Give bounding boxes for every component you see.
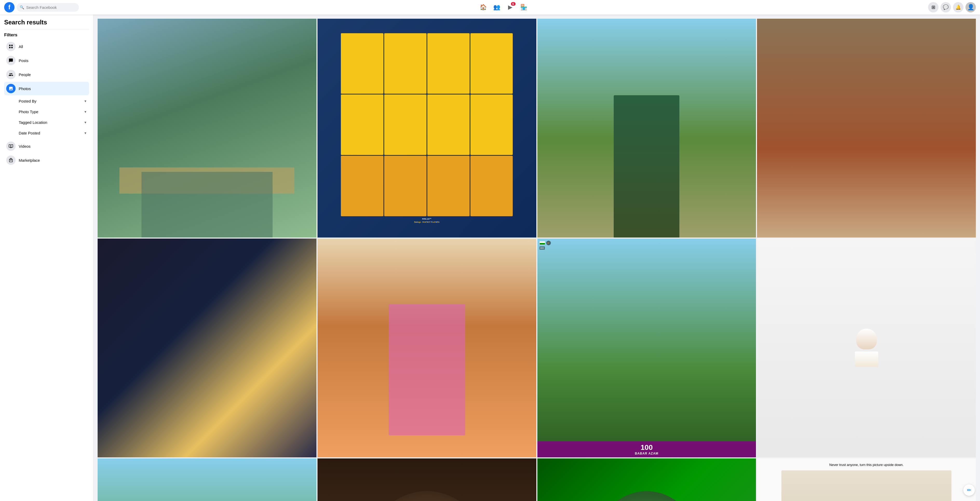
marketplace-filter-label: Marketplace xyxy=(19,158,40,162)
tagged-location-label: Tagged Location xyxy=(19,120,47,125)
posts-filter-icon xyxy=(6,56,16,65)
search-input[interactable] xyxy=(26,5,76,10)
svg-rect-3 xyxy=(11,47,13,48)
people-filter-icon xyxy=(6,70,16,79)
all-filter-label: All xyxy=(19,45,23,49)
date-posted-dropdown[interactable]: Date Posted ▼ xyxy=(17,128,89,138)
user-avatar[interactable]: 👤 xyxy=(966,2,976,13)
photo-type-label: Photo Type xyxy=(19,110,38,114)
edit-compose-button[interactable]: ✏ xyxy=(963,484,975,496)
posted-by-label: Posted By xyxy=(19,99,37,103)
videos-filter-icon xyxy=(6,142,16,151)
friends-nav-button[interactable]: 👥 xyxy=(491,1,503,13)
tagged-location-arrow-icon: ▼ xyxy=(84,121,87,124)
photo-item[interactable] xyxy=(98,239,317,457)
messenger-button[interactable]: 💬 xyxy=(940,2,951,13)
cricket-score-overlay: 100 BABAR AZAM xyxy=(538,441,756,457)
date-posted-label: Date Posted xyxy=(19,131,40,135)
photo-item[interactable]: 🏏 ICC 100 BABAR AZAM xyxy=(538,239,756,457)
all-filter-icon xyxy=(6,42,16,51)
nav-right: ⊞ 💬 🔔 👤 xyxy=(928,2,976,13)
videos-filter-label: Videos xyxy=(19,144,31,148)
nav-center: 🏠 👥 ▶ 6 🏪 xyxy=(477,1,530,13)
photo-type-dropdown[interactable]: Photo Type ▼ xyxy=(17,107,89,117)
facebook-logo[interactable]: f xyxy=(4,2,14,13)
photo-type-arrow-icon: ▼ xyxy=(84,110,87,114)
posts-filter-label: Posts xyxy=(19,59,29,63)
video-nav-button[interactable]: ▶ 6 xyxy=(504,1,517,13)
sidebar-item-all[interactable]: All xyxy=(4,40,89,53)
bell-icon: 🔔 xyxy=(955,5,961,10)
photos-filter-icon xyxy=(6,84,16,93)
photos-filter-label: Photos xyxy=(19,86,31,91)
filters-title: Filters xyxy=(4,32,89,38)
photo-item[interactable]: BREAKING NEWS FROM xyxy=(318,458,536,501)
text-photo-content: Never trust anyone, turn this picture up… xyxy=(829,463,904,467)
edit-icon: ✏ xyxy=(967,487,971,493)
svg-rect-2 xyxy=(9,47,10,48)
svg-rect-0 xyxy=(9,45,10,46)
search-results-content: FIFA 23™ Ratings · FASTEST PLAYERS xyxy=(94,14,980,501)
main-layout: Search results Filters All Posts People xyxy=(0,14,980,501)
sidebar-item-posts[interactable]: Posts xyxy=(4,54,89,67)
top-navigation: f 🔍 🏠 👥 ▶ 6 🏪 ⊞ 💬 🔔 👤 xyxy=(0,0,980,14)
home-nav-button[interactable]: 🏠 xyxy=(477,1,490,13)
posted-by-dropdown[interactable]: Posted By ▼ xyxy=(17,96,89,107)
nav-left: f 🔍 xyxy=(4,2,79,13)
sidebar-divider xyxy=(4,29,89,29)
photo-item[interactable] xyxy=(757,19,976,237)
store-nav-button[interactable]: 🏪 xyxy=(518,1,530,13)
avatar-icon: 👤 xyxy=(967,4,974,11)
sidebar-item-videos[interactable]: Videos xyxy=(4,139,89,153)
sidebar-item-people[interactable]: People xyxy=(4,68,89,81)
photo-item[interactable]: Never trust anyone, turn this picture up… xyxy=(757,458,976,501)
people-filter-label: People xyxy=(19,72,31,77)
store-icon: 🏪 xyxy=(520,4,527,11)
notifications-button[interactable]: 🔔 xyxy=(953,2,963,13)
tagged-location-dropdown[interactable]: Tagged Location ▼ xyxy=(17,117,89,128)
photo-item[interactable]: BREAKING NEWS FROM xyxy=(538,458,756,501)
grid-icon: ⊞ xyxy=(931,5,935,10)
home-icon: 🏠 xyxy=(480,4,487,11)
messenger-icon: 💬 xyxy=(943,5,948,10)
photo-item[interactable] xyxy=(98,458,317,501)
photo-item[interactable] xyxy=(757,239,976,457)
photo-item[interactable] xyxy=(538,19,756,237)
date-posted-arrow-icon: ▼ xyxy=(84,131,87,135)
video-badge: 6 xyxy=(511,2,515,6)
marketplace-filter-icon xyxy=(6,156,16,165)
sidebar: Search results Filters All Posts People xyxy=(0,14,94,501)
photo-item[interactable] xyxy=(318,239,536,457)
photo-item[interactable]: FIFA 23™ Ratings · FASTEST PLAYERS xyxy=(318,19,536,237)
sidebar-item-marketplace[interactable]: Marketplace xyxy=(4,153,89,167)
page-title: Search results xyxy=(4,19,89,26)
search-box[interactable]: 🔍 xyxy=(17,3,79,12)
sidebar-item-photos[interactable]: Photos xyxy=(4,82,89,95)
photo-grid: FIFA 23™ Ratings · FASTEST PLAYERS xyxy=(98,19,976,501)
friends-icon: 👥 xyxy=(493,4,500,11)
search-icon: 🔍 xyxy=(20,5,24,10)
grid-menu-button[interactable]: ⊞ xyxy=(928,2,939,13)
posted-by-arrow-icon: ▼ xyxy=(84,99,87,103)
svg-rect-1 xyxy=(11,45,13,46)
photo-item[interactable] xyxy=(98,19,317,237)
